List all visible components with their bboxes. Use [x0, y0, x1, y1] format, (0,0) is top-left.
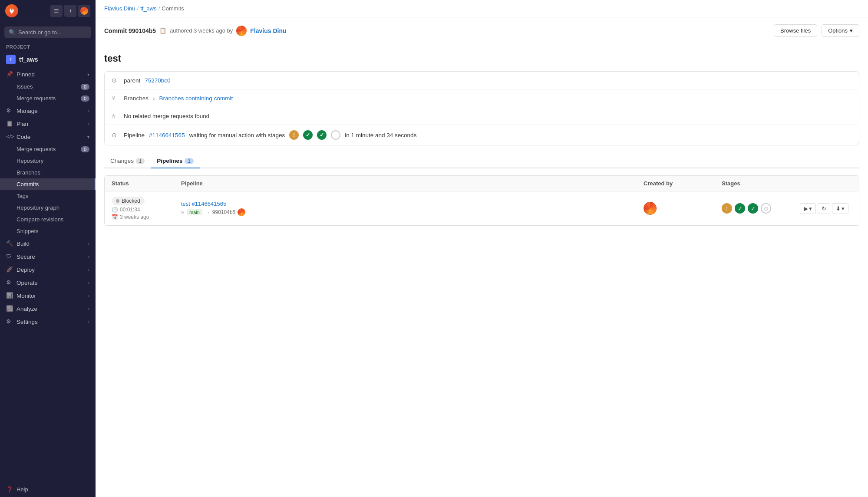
pipeline-time-ago: 📅 3 weeks ago: [112, 214, 181, 220]
chevron-down-icon: ▾: [87, 72, 89, 77]
sidebar-item-monitor[interactable]: 📊 Monitor ›: [0, 289, 96, 302]
stage-ok-icon2[interactable]: ✓: [748, 203, 758, 214]
stage-blocked-icon[interactable]: ⊙: [761, 203, 771, 214]
branch-tag: main: [187, 209, 202, 215]
stage-blocked-icon: [331, 130, 340, 140]
pin-icon: 📌: [6, 71, 13, 78]
sidebar-item-plan[interactable]: 📋 Plan ›: [0, 117, 96, 130]
parent-hash-link[interactable]: 75270bc0: [145, 77, 170, 84]
breadcrumb-tfaws[interactable]: tf_aws: [140, 5, 157, 12]
sidebar-item-merge-requests-sub[interactable]: Merge requests 0: [0, 143, 96, 155]
creator-avatar: [644, 202, 657, 215]
run-pipeline-button[interactable]: ▶ ▾: [800, 203, 816, 214]
build-icon: 🔨: [6, 240, 13, 247]
sidebar-item-issues[interactable]: Issues 0: [0, 81, 96, 92]
project-avatar: T: [6, 55, 16, 64]
chevron-right-icon: ›: [88, 109, 89, 113]
breadcrumb: Flavius Dinu / tf_aws / Commits: [96, 0, 868, 17]
stage-icons: ! ✓ ✓ ⊙: [722, 203, 800, 214]
tabs-bar: Changes 1 Pipelines 1: [104, 154, 859, 168]
sidebar-item-pinned[interactable]: 📌 Pinned ▾: [0, 68, 96, 81]
sidebar-item-repository[interactable]: Repository: [0, 155, 96, 167]
parent-icon: ⊙: [112, 77, 119, 84]
branches-label: Branches: [124, 95, 149, 102]
sidebar-item-tags[interactable]: Tags: [0, 190, 96, 202]
commit-title: test: [104, 53, 859, 64]
search-input[interactable]: 🔍 Search or go to...: [4, 26, 91, 38]
chevron-down-icon: ▾: [850, 27, 853, 34]
pipeline-info-col: test #1146641565 ⑂ main → 990104b5: [181, 201, 644, 216]
sidebar-item-secure[interactable]: 🛡 Secure ›: [0, 250, 96, 263]
chevron-right-icon: ›: [88, 267, 89, 272]
tab-changes[interactable]: Changes 1: [104, 154, 151, 168]
commit-header-left: Commit 990104b5 📋 authored 3 weeks ago b…: [104, 26, 287, 36]
pipeline-status-col: Blocked 🕐 00:01:34 📅 3 weeks ago: [112, 197, 181, 220]
analyze-icon: 📈: [6, 305, 13, 312]
commit-ref-text: 990104b5: [212, 209, 235, 215]
sidebar-user-icon[interactable]: [78, 5, 90, 17]
status-dot-icon: [116, 199, 119, 203]
help-item[interactable]: ❓ Help: [0, 482, 96, 497]
chevron-down-icon: ▾: [809, 205, 812, 212]
sidebar-item-commits[interactable]: Commits: [0, 178, 96, 190]
arrow-right-icon: ›: [153, 95, 155, 102]
sidebar-item-compare-revisions[interactable]: Compare revisions: [0, 214, 96, 225]
shield-icon: 🛡: [6, 253, 13, 260]
plan-icon: 📋: [6, 120, 13, 127]
clock-icon: 🕐: [112, 207, 118, 213]
branch-icon-sm: ⑂: [181, 209, 185, 216]
chevron-down-icon: ▾: [842, 205, 845, 212]
breadcrumb-flavius[interactable]: Flavius Dinu: [104, 5, 135, 12]
sidebar-item-build[interactable]: 🔨 Build ›: [0, 237, 96, 250]
project-label: Project: [0, 43, 96, 51]
sidebar-item-branches[interactable]: Branches: [0, 167, 96, 178]
copy-icon[interactable]: 📋: [159, 27, 166, 34]
project-item[interactable]: T tf_aws: [0, 51, 96, 68]
deploy-icon: 🚀: [6, 266, 13, 273]
stages-col: ! ✓ ✓ ⊙: [722, 203, 800, 214]
sidebar-item-analyze[interactable]: 📈 Analyze ›: [0, 302, 96, 315]
retry-pipeline-button[interactable]: ↻: [818, 203, 830, 214]
download-pipeline-button[interactable]: ⬇ ▾: [832, 203, 848, 214]
settings-icon: ⚙: [6, 318, 13, 325]
pipeline-name-link[interactable]: test: [181, 201, 190, 207]
pipeline-duration: in 1 minute and 34 seconds: [345, 132, 416, 138]
pipeline-meta-row: ⑂ main → 990104b5: [181, 208, 644, 216]
help-icon: ❓: [6, 486, 13, 493]
browse-files-button[interactable]: Browse files: [774, 24, 817, 37]
no-merge-text: No related merge requests found: [124, 113, 209, 119]
sidebar-item-operate[interactable]: ⚙ Operate ›: [0, 276, 96, 289]
breadcrumb-commits: Commits: [162, 5, 184, 12]
chevron-right-icon: ›: [88, 319, 89, 324]
sidebar-item-code[interactable]: </> Code ▾: [0, 130, 96, 143]
sidebar-item-settings[interactable]: ⚙ Settings ›: [0, 315, 96, 328]
chevron-right-icon: ›: [88, 293, 89, 298]
pipeline-status-text: waiting for manual action with stages: [189, 132, 285, 138]
pipeline-id-link[interactable]: #1146641565: [149, 132, 185, 138]
commit-title-section: test: [96, 44, 868, 64]
pipeline-status-icon: ⊙: [112, 132, 119, 138]
commit-author-avatar: [238, 208, 245, 216]
sidebar-item-manage[interactable]: ⚙ Manage ›: [0, 104, 96, 117]
chevron-right-icon: ›: [88, 280, 89, 285]
sidebar-add-icon[interactable]: ＋: [64, 5, 76, 17]
changes-count: 1: [136, 158, 145, 164]
commit-parent-row: ⊙ parent 75270bc0: [105, 72, 859, 89]
sidebar-item-deploy[interactable]: 🚀 Deploy ›: [0, 263, 96, 276]
options-button[interactable]: Options ▾: [822, 24, 859, 37]
sidebar-top-icons: ☰ ＋: [50, 5, 90, 17]
branch-icon: ⑂: [112, 95, 119, 102]
table-row: Blocked 🕐 00:01:34 📅 3 weeks ago test #1…: [105, 191, 859, 225]
sidebar-item-snippets[interactable]: Snippets: [0, 225, 96, 237]
branches-containing-link[interactable]: Branches containing commit: [159, 95, 233, 102]
col-header-status: Status: [112, 180, 181, 187]
sidebar-item-merge-requests[interactable]: Merge requests 0: [0, 92, 96, 104]
sidebar-toggle-icon[interactable]: ☰: [50, 5, 63, 17]
gitlab-logo-icon[interactable]: [5, 4, 18, 17]
sidebar-item-repository-graph[interactable]: Repository graph: [0, 202, 96, 214]
operate-icon: ⚙: [6, 279, 13, 286]
stage-warn-icon[interactable]: !: [722, 203, 732, 214]
pipeline-row-id-link[interactable]: #1146641565: [192, 201, 227, 207]
stage-ok-icon1[interactable]: ✓: [735, 203, 745, 214]
tab-pipelines[interactable]: Pipelines 1: [151, 154, 199, 168]
